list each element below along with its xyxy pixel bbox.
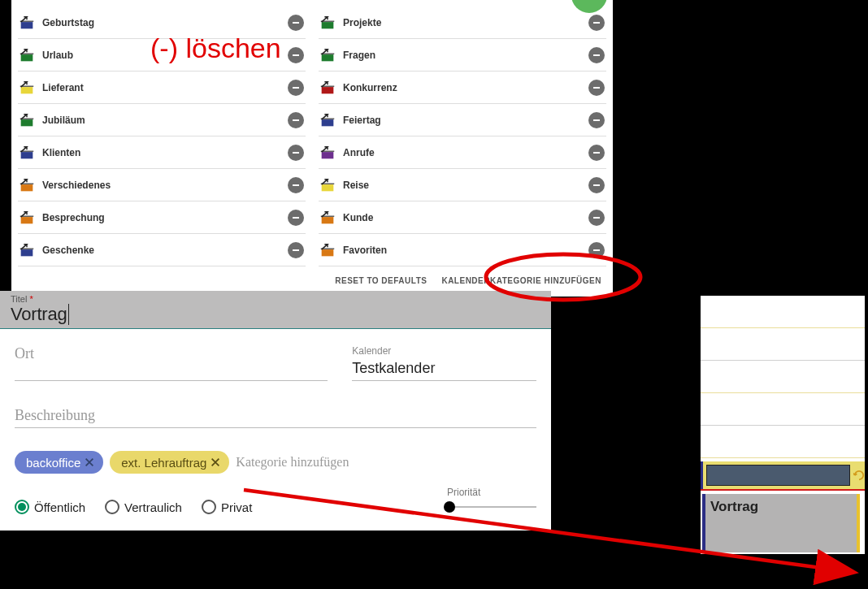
category-color-icon[interactable] xyxy=(18,46,36,64)
priority-slider[interactable] xyxy=(447,506,536,508)
category-color-icon[interactable] xyxy=(18,209,36,227)
category-row: Geburtstag xyxy=(18,6,306,39)
remove-category-button[interactable] xyxy=(288,145,304,161)
category-label: Feiertag xyxy=(343,115,588,126)
remove-category-button[interactable] xyxy=(288,177,304,193)
remove-category-button[interactable] xyxy=(588,242,605,258)
location-input[interactable]: Ort xyxy=(15,345,328,362)
category-label: Geburtstag xyxy=(42,17,288,28)
category-label: Projekte xyxy=(343,17,588,28)
category-label: Lieferant xyxy=(42,82,288,93)
category-color-icon[interactable] xyxy=(319,176,336,194)
category-row: Anrufe xyxy=(319,136,606,169)
category-color-icon[interactable] xyxy=(319,241,336,259)
remove-category-button[interactable] xyxy=(588,80,605,96)
remove-category-button[interactable] xyxy=(588,210,605,226)
remove-category-button[interactable] xyxy=(288,47,304,63)
category-row: Klienten xyxy=(18,136,306,169)
calendar-event-chip[interactable] xyxy=(701,461,865,489)
category-color-icon[interactable] xyxy=(319,111,336,129)
category-row: Favoriten xyxy=(319,234,606,266)
time-slot[interactable] xyxy=(701,296,865,328)
tag-backoffice: backoffice xyxy=(15,451,103,474)
visibility-public-radio[interactable]: Öffentlich xyxy=(15,500,85,514)
category-label: Geschenke xyxy=(42,245,288,256)
category-label: Konkurrenz xyxy=(343,82,588,93)
reset-defaults-button[interactable]: RESET TO DEFAULTS xyxy=(335,276,427,285)
category-label: Urlaub xyxy=(42,50,288,61)
category-row: Verschiedenes xyxy=(18,169,306,201)
category-color-icon[interactable] xyxy=(18,14,36,32)
calendar-strip: Vortrag xyxy=(701,296,865,554)
slider-thumb-icon[interactable] xyxy=(444,501,455,513)
category-color-icon[interactable] xyxy=(319,14,336,32)
category-color-icon[interactable] xyxy=(18,176,36,194)
time-slot[interactable] xyxy=(701,393,865,426)
category-row: Geschenke xyxy=(18,234,306,266)
remove-category-button[interactable] xyxy=(588,145,605,161)
category-color-icon[interactable] xyxy=(319,46,336,64)
category-label: Fragen xyxy=(343,50,588,61)
remove-category-button[interactable] xyxy=(288,210,304,226)
priority-label: Priorität xyxy=(447,487,480,498)
category-row: Lieferant xyxy=(18,71,306,104)
category-panel: Geburtstag Urlaub Lieferant Jubiläum xyxy=(11,0,613,297)
category-label: Favoriten xyxy=(343,245,588,256)
title-input[interactable]: Vortrag xyxy=(11,304,69,325)
category-row: Konkurrenz xyxy=(319,71,606,104)
category-label: Klienten xyxy=(42,147,288,158)
category-color-icon[interactable] xyxy=(18,241,36,259)
calendar-event-vortrag[interactable]: Vortrag xyxy=(702,494,860,552)
remove-category-button[interactable] xyxy=(588,112,605,128)
category-color-icon[interactable] xyxy=(319,209,336,227)
category-row: Besprechung xyxy=(18,201,306,234)
category-label: Anrufe xyxy=(343,147,588,158)
category-label: Kunde xyxy=(343,212,588,223)
category-color-icon[interactable] xyxy=(18,79,36,97)
required-star-icon: * xyxy=(29,294,33,304)
category-label: Verschiedenes xyxy=(42,180,288,191)
add-category-button[interactable]: KALENDERKATEGORIE HINZUFÜGEN xyxy=(441,276,601,285)
tag-remove-icon[interactable] xyxy=(208,455,223,470)
calendar-select[interactable]: Testkalender xyxy=(352,360,536,377)
category-row: Urlaub xyxy=(18,39,306,71)
category-row: Reise xyxy=(319,169,606,201)
category-label: Reise xyxy=(343,180,588,191)
category-color-icon[interactable] xyxy=(18,111,36,129)
tag-lehrauftrag: ext. Lehrauftrag xyxy=(110,451,229,474)
remove-category-button[interactable] xyxy=(588,177,605,193)
add-tag-input[interactable]: Kategorie hinzufügen xyxy=(236,455,349,470)
remove-category-button[interactable] xyxy=(588,15,605,31)
time-slot[interactable] xyxy=(701,361,865,393)
category-label: Besprechung xyxy=(42,212,288,223)
event-form: Titel * Vortrag Ort Kalender Testkalende… xyxy=(0,291,551,531)
recurring-icon xyxy=(853,470,865,481)
description-input[interactable]: Beschreibung xyxy=(15,407,536,424)
category-color-icon[interactable] xyxy=(319,79,336,97)
category-row: Kunde xyxy=(319,201,606,234)
category-row: Projekte xyxy=(319,6,606,39)
category-row: Jubiläum xyxy=(18,104,306,136)
remove-category-button[interactable] xyxy=(288,242,304,258)
visibility-private-radio[interactable]: Privat xyxy=(202,500,252,514)
category-label: Jubiläum xyxy=(42,115,288,126)
category-row: Feiertag xyxy=(319,104,606,136)
category-color-icon[interactable] xyxy=(18,144,36,162)
calendar-label: Kalender xyxy=(352,345,536,357)
remove-category-button[interactable] xyxy=(288,80,304,96)
tag-remove-icon[interactable] xyxy=(82,455,97,470)
category-row: Fragen xyxy=(319,39,606,71)
remove-category-button[interactable] xyxy=(288,112,304,128)
remove-category-button[interactable] xyxy=(588,47,605,63)
visibility-confidential-radio[interactable]: Vertraulich xyxy=(105,500,182,514)
title-label: Titel xyxy=(11,294,27,304)
time-slot[interactable] xyxy=(701,426,865,458)
remove-category-button[interactable] xyxy=(288,15,304,31)
category-color-icon[interactable] xyxy=(319,144,336,162)
time-slot[interactable] xyxy=(701,328,865,361)
